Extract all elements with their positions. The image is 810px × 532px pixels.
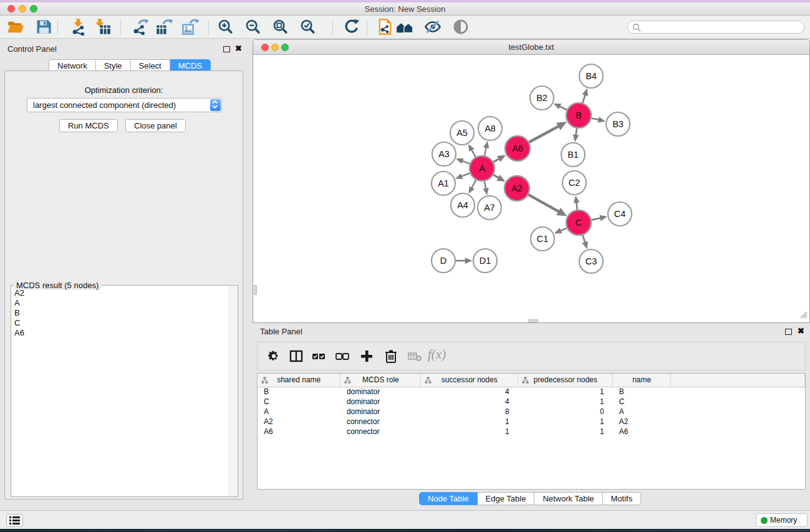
delete-column-trash-icon[interactable] (383, 349, 400, 365)
graph-node-A4[interactable]: A4 (451, 193, 475, 217)
tab-network-table[interactable]: Network Table (534, 492, 602, 505)
table-row[interactable]: Adominator80A (258, 407, 805, 417)
zoom-fit-icon[interactable] (272, 18, 289, 36)
mcds-result-item[interactable]: A2 (14, 288, 229, 298)
split-columns-icon[interactable] (289, 349, 305, 365)
graph-node-B2[interactable]: B2 (530, 86, 554, 110)
import-table-icon[interactable] (94, 18, 111, 36)
mcds-result-item[interactable]: B (14, 308, 229, 318)
close-panel-button[interactable]: Close panel (125, 119, 186, 132)
table-row[interactable]: A6connector11A6 (258, 427, 805, 437)
deselect-all-checkboxes-icon[interactable] (335, 349, 351, 365)
node-table[interactable]: shared nameMCDS rolesuccessor nodesprede… (257, 373, 806, 490)
home-icon[interactable] (396, 18, 413, 36)
network-from-file-icon[interactable] (376, 18, 393, 36)
graph-node-C3[interactable]: C3 (579, 249, 603, 273)
zoom-out-icon[interactable] (244, 18, 262, 36)
graph-edge-A2-C[interactable] (528, 195, 559, 211)
graph-edge-A6-B[interactable] (529, 126, 559, 142)
close-panel-icon[interactable]: ✖ (798, 328, 804, 334)
table-row[interactable]: Bdominator41B (258, 387, 805, 397)
column-header-successor-nodes[interactable]: successor nodes (421, 374, 518, 387)
graph-node-A1[interactable]: A1 (432, 172, 455, 195)
scrollbar-track[interactable] (229, 286, 237, 496)
export-image-icon[interactable] (181, 18, 199, 36)
splitter-handle[interactable] (528, 319, 538, 322)
task-history-button[interactable] (6, 514, 23, 527)
graph-edge-B-B3[interactable] (591, 118, 599, 120)
graph-node-A7[interactable]: A7 (478, 196, 501, 220)
network-canvas[interactable]: B4B2BB3A8A5A6A3B1AA1C2A2A4A7C4CC1DD1C3 (254, 56, 809, 322)
mcds-result-item[interactable]: A6 (14, 328, 229, 338)
graph-node-A5[interactable]: A5 (450, 121, 474, 145)
save-session-icon[interactable] (35, 18, 52, 36)
graph-node-A6[interactable]: A6 (505, 136, 530, 161)
run-mcds-button[interactable]: Run MCDS (59, 119, 118, 132)
graph-node-A2[interactable]: A2 (504, 176, 529, 201)
eye-slash-icon[interactable] (424, 18, 441, 36)
graph-edge-A-A7[interactable] (485, 181, 486, 190)
graph-edge-B-B1[interactable] (576, 128, 577, 136)
network-window-titlebar[interactable]: testGlobe.txt (253, 40, 809, 55)
mcds-result-item[interactable]: C (14, 318, 229, 328)
graph-edge-C-C3[interactable] (582, 235, 585, 243)
zoom-selected-icon[interactable] (299, 18, 317, 36)
graph-edge-B-B4[interactable] (582, 94, 585, 103)
refresh-icon[interactable] (343, 18, 360, 36)
delete-table-icon[interactable] (407, 349, 423, 365)
add-column-icon[interactable] (359, 349, 375, 365)
graph-node-C4[interactable]: C4 (608, 202, 632, 226)
graph-edge-C-C4[interactable] (592, 218, 601, 220)
mcds-result-item[interactable]: A (14, 298, 229, 308)
graph-edge-A-A3[interactable] (461, 161, 470, 164)
graph-node-C1[interactable]: C1 (531, 227, 554, 251)
graph-edge-A-A6[interactable] (493, 158, 499, 162)
graph-edge-C-C1[interactable] (560, 228, 567, 231)
resize-grip-icon[interactable] (799, 310, 808, 321)
table-header-row[interactable]: shared nameMCDS rolesuccessor nodesprede… (258, 374, 805, 387)
graph-edge-A-A1[interactable] (461, 173, 470, 177)
column-header-mcds-role[interactable]: MCDS role (340, 374, 421, 387)
select-stepper-icon[interactable] (210, 99, 221, 111)
graph-node-D[interactable]: D (432, 249, 455, 273)
graph-edge-A-A5[interactable] (471, 149, 476, 157)
open-file-icon[interactable] (7, 18, 24, 36)
graph-node-C2[interactable]: C2 (562, 171, 586, 195)
float-panel-icon[interactable] (223, 46, 230, 52)
tab-motifs[interactable]: Motifs (603, 492, 642, 505)
mcds-result-list[interactable]: A2ABCA6 (12, 286, 229, 496)
eye-icon[interactable] (452, 18, 470, 36)
graph-node-D1[interactable]: D1 (473, 249, 497, 273)
graph-node-B3[interactable]: B3 (606, 112, 630, 136)
graph-edge-A-A4[interactable] (471, 180, 476, 189)
graph-node-A8[interactable]: A8 (478, 117, 502, 140)
export-table-icon[interactable] (155, 18, 173, 36)
graph-edge-B-B2[interactable] (559, 106, 567, 110)
table-row[interactable]: Cdominator41C (258, 397, 805, 407)
select-all-checkboxes-icon[interactable] (311, 349, 327, 365)
close-panel-icon[interactable]: ✖ (235, 46, 242, 52)
zoom-in-icon[interactable] (217, 18, 234, 36)
settings-gear-icon[interactable] (266, 349, 282, 365)
table-row[interactable]: A2connector11A2 (258, 417, 805, 427)
graph-node-B1[interactable]: B1 (561, 143, 585, 167)
column-header-shared-name[interactable]: shared name (258, 374, 340, 387)
network-graph[interactable]: B4B2BB3A8A5A6A3B1AA1C2A2A4A7C4CC1DD1C3 (254, 56, 809, 322)
optimization-criterion-select[interactable]: largest connected component (directed) (27, 98, 222, 112)
tab-edge-table[interactable]: Edge Table (478, 492, 535, 505)
graph-node-B[interactable]: B (566, 103, 591, 128)
graph-node-C[interactable]: C (566, 210, 591, 235)
float-panel-icon[interactable] (785, 329, 792, 335)
column-header-predecessor-nodes[interactable]: predecessor nodes (518, 374, 613, 387)
splitter-handle[interactable] (254, 285, 257, 295)
graph-edge-C-C2[interactable] (576, 202, 577, 210)
graph-node-A[interactable]: A (470, 156, 494, 181)
export-network-icon[interactable] (132, 18, 149, 36)
memory-button[interactable]: Memory (756, 513, 808, 527)
graph-edge-A-A8[interactable] (485, 147, 486, 156)
tab-node-table[interactable]: Node Table (419, 492, 478, 505)
graph-edge-A-A2[interactable] (493, 175, 499, 178)
graph-node-B4[interactable]: B4 (579, 64, 603, 88)
search-box[interactable] (627, 21, 804, 34)
graph-node-A3[interactable]: A3 (432, 142, 456, 166)
